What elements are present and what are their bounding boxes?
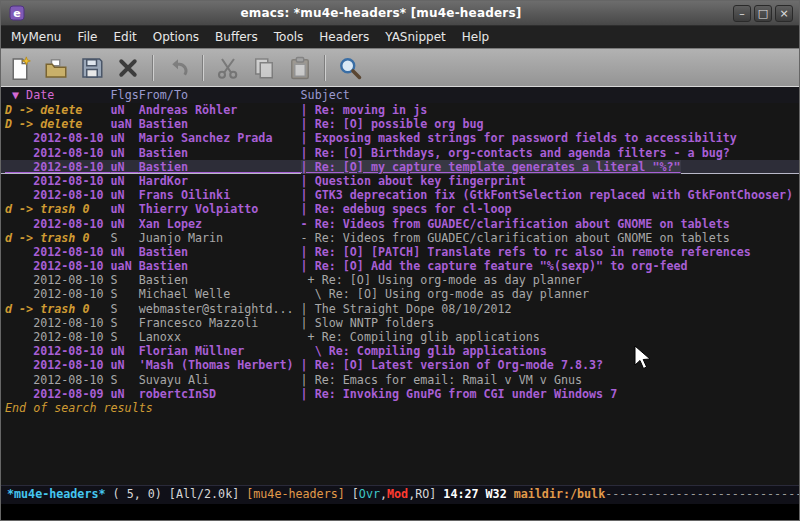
modeline-segment: , <box>380 487 387 501</box>
close-button[interactable]: × <box>775 5 793 22</box>
message-date: 2012-08-10 <box>5 273 111 287</box>
menu-yasnippet[interactable]: YASnippet <box>377 27 454 47</box>
minibuffer[interactable] <box>1 504 799 520</box>
message-flags: S <box>111 302 139 316</box>
menu-bar: MyMenuFileEditOptionsBuffersToolsHeaders… <box>1 26 799 48</box>
message-row[interactable]: 2012-08-10 uN Frans Oilinki | GTK3 depre… <box>1 188 799 202</box>
message-flags: uN <box>111 103 139 117</box>
message-from: HardKor <box>139 174 301 188</box>
mode-line: *mu4e-headers* ( 5, 0) [All/2.0k] [mu4e-… <box>1 485 799 504</box>
search-icon[interactable] <box>335 53 365 83</box>
message-row[interactable]: D -> delete uN Andreas Röhler | Re: movi… <box>1 103 799 117</box>
save-icon[interactable] <box>77 53 107 83</box>
message-subject: | Re: [O] Birthdays, org-contacts and ag… <box>301 146 730 160</box>
modeline-segment: maildir:/bulk <box>514 487 605 501</box>
message-mark: d -> trash 0 <box>5 302 111 316</box>
message-flags: uaN <box>111 259 139 273</box>
modeline-segment: 14:27 W32 <box>443 487 513 501</box>
message-subject: \ Re: Compiling glib applications <box>301 344 547 358</box>
message-date: 2012-08-10 <box>5 259 111 273</box>
message-from: Bastien <box>139 259 301 273</box>
message-flags: uN <box>111 188 139 202</box>
column-header-date[interactable]: ▼ Date <box>5 88 111 102</box>
message-row-current[interactable]: 2012-08-10 uN Bastien | Re: [O] my captu… <box>1 160 799 174</box>
message-row[interactable]: 2012-08-10 uN HardKor | Question about k… <box>1 174 799 188</box>
message-subject: | Re: [O] possible org bug <box>301 117 484 131</box>
message-row[interactable]: 2012-08-10 S Lanoxx + Re: Compiling glib… <box>1 330 799 344</box>
emacs-app-icon: e <box>9 5 25 21</box>
maximize-button[interactable]: □ <box>754 5 772 22</box>
message-subject: \ Re: [O] Using org-mode as day planner <box>301 287 590 301</box>
end-of-search-results: End of search results <box>1 401 799 416</box>
column-header-from[interactable]: From/To <box>139 88 301 102</box>
message-flags: uN <box>111 245 139 259</box>
message-mark: D -> delete <box>5 103 111 117</box>
modeline-segment: [mu4e-headers] <box>246 487 345 501</box>
message-date: 2012-08-10 <box>5 217 111 231</box>
column-header-subject[interactable]: Subject <box>301 88 350 102</box>
message-row[interactable]: 2012-08-10 uN Xan Lopez - Re: Videos fro… <box>1 217 799 231</box>
message-mark: d -> trash 0 <box>5 231 111 245</box>
message-date: 2012-08-10 <box>5 174 111 188</box>
message-row[interactable]: 2012-08-10 S Francesco Mazzoli | Slow NN… <box>1 316 799 330</box>
message-row[interactable]: 2012-08-10 uaN Bastien | Re: [O] Add the… <box>1 259 799 273</box>
message-subject: - Re: Videos from GUADEC/clarification a… <box>301 217 730 231</box>
column-header-flags[interactable]: Flgs <box>111 88 139 102</box>
message-from: Bastien <box>139 160 301 174</box>
titlebar[interactable]: e emacs: *mu4e-headers* [mu4e-headers] –… <box>1 1 799 26</box>
message-date: 2012-08-10 <box>5 316 111 330</box>
message-from: Bastien <box>139 245 301 259</box>
message-row[interactable]: d -> trash 0 S Juanjo Marin - Re: Videos… <box>1 231 799 245</box>
menu-tools[interactable]: Tools <box>266 27 312 47</box>
message-flags: uN <box>111 146 139 160</box>
window-title: emacs: *mu4e-headers* [mu4e-headers] <box>29 6 733 20</box>
message-flags: S <box>111 231 139 245</box>
message-row[interactable]: 2012-08-10 uN Bastien | Re: [O] [PATCH] … <box>1 245 799 259</box>
message-row[interactable]: 2012-08-10 uN Mario Sanchez Prada | Expo… <box>1 131 799 145</box>
new-file-icon[interactable] <box>5 53 35 83</box>
message-mark: d -> trash 0 <box>5 202 111 216</box>
menu-help[interactable]: Help <box>454 27 497 47</box>
message-subject: | Re: [O] Latest version of Org-mode 7.8… <box>301 358 604 372</box>
message-flags: uN <box>111 217 139 231</box>
message-subject: + Re: [O] Using org-mode as day planner <box>301 273 582 287</box>
message-row[interactable]: 2012-08-10 uN Bastien | Re: [O] Birthday… <box>1 146 799 160</box>
message-row[interactable]: 2012-08-10 uN 'Mash (Thomas Herbert) | R… <box>1 358 799 372</box>
message-row[interactable]: 2012-08-10 S Michael Welle \ Re: [O] Usi… <box>1 287 799 301</box>
message-row[interactable]: 2012-08-10 uN Florian Müllner \ Re: Comp… <box>1 344 799 358</box>
message-row[interactable]: d -> trash 0 S webmaster@straightd... | … <box>1 302 799 316</box>
open-file-icon[interactable] <box>41 53 71 83</box>
close-icon[interactable] <box>113 53 143 83</box>
modeline-segment: Mod <box>387 487 408 501</box>
message-subject: | Slow NNTP folders <box>301 316 435 330</box>
menu-options[interactable]: Options <box>145 27 207 47</box>
modeline-segment: Ovr <box>359 487 380 501</box>
toolbar-separator <box>324 55 326 81</box>
minimize-button[interactable]: – <box>733 5 751 22</box>
message-date: 2012-08-10 <box>5 146 111 160</box>
message-flags: S <box>111 287 139 301</box>
message-row[interactable]: 2012-08-10 S Bastien + Re: [O] Using org… <box>1 273 799 287</box>
modeline-segment: *mu4e-headers* <box>7 487 106 501</box>
message-row[interactable]: d -> trash 0 uN Thierry Volpiatto | Re: … <box>1 202 799 216</box>
message-from: Bastien <box>139 117 301 131</box>
menu-file[interactable]: File <box>69 27 105 47</box>
menu-mymenu[interactable]: MyMenu <box>3 27 69 47</box>
window-controls: –□× <box>733 5 793 22</box>
message-from: Thierry Volpiatto <box>139 202 301 216</box>
menu-edit[interactable]: Edit <box>106 27 145 47</box>
toolbar <box>1 48 799 87</box>
message-subject: | Re: [O] [PATCH] Translate refs to rc a… <box>301 245 751 259</box>
message-row[interactable]: 2012-08-10 S Suvayu Ali | Re: Emacs for … <box>1 373 799 387</box>
message-flags: S <box>111 273 139 287</box>
menu-headers[interactable]: Headers <box>311 27 377 47</box>
message-list: D -> delete uN Andreas Röhler | Re: movi… <box>1 103 799 401</box>
message-from: Frans Oilinki <box>139 188 301 202</box>
message-flags: uaN <box>111 117 139 131</box>
message-row[interactable]: 2012-08-09 uN robertcInSD | Re: Invoking… <box>1 387 799 401</box>
message-date: 2012-08-09 <box>5 387 111 401</box>
message-row[interactable]: D -> delete uaN Bastien | Re: [O] possib… <box>1 117 799 131</box>
menu-buffers[interactable]: Buffers <box>207 27 266 47</box>
message-flags: uN <box>111 131 139 145</box>
message-flags: S <box>111 373 139 387</box>
